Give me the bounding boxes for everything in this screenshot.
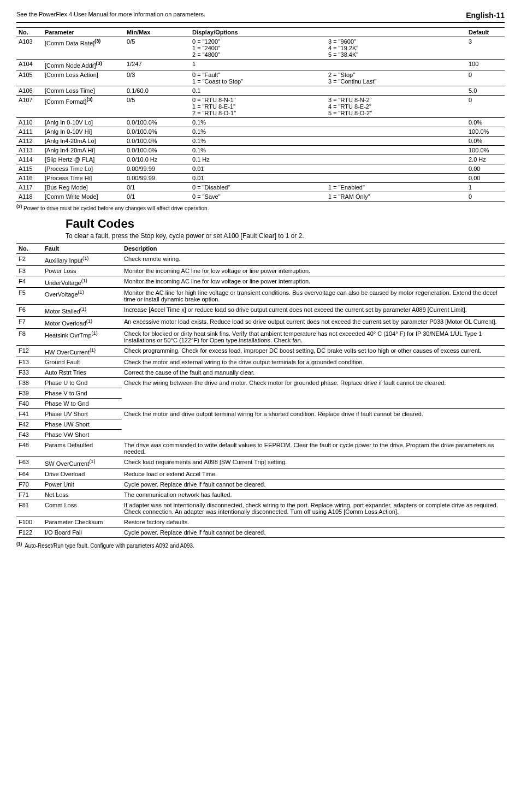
param-no: A104 [16, 60, 43, 70]
param-default: 100.0% [466, 145, 505, 155]
param-minmax: 0.1/60.0 [125, 86, 190, 95]
fault-no: F33 [16, 368, 43, 378]
fault-desc: Cycle power. Replace drive if fault cann… [122, 527, 505, 537]
param-default: 0 [466, 95, 505, 117]
fault-desc: Cycle power. Replace drive if fault cann… [122, 479, 505, 489]
fault-row: F63SW OverCurrent(1)Check load requireme… [16, 457, 505, 469]
param-no: A117 [16, 182, 43, 192]
param-default: 0.00 [466, 173, 505, 182]
fault-name: Phase V to Gnd [43, 388, 122, 399]
param-opts: 0.1% [190, 127, 466, 136]
fault-no: F81 [16, 500, 43, 517]
param-minmax: 1/247 [125, 60, 190, 70]
param-row: A111[Anlg In 0-10V Hi]0.0/100.0%0.1%100.… [16, 127, 505, 136]
param-no: A105 [16, 70, 43, 86]
param-default: 2.0 Hz [466, 155, 505, 164]
param-minmax: 0.0/100.0% [125, 136, 190, 145]
param-default: 0 [466, 70, 505, 86]
param-opts: 0 = "Save"1 = "RAM Only" [190, 192, 466, 201]
fault-name: OverVoltage(1) [43, 288, 122, 305]
fcol-fault: Fault [43, 243, 122, 253]
param-no: A106 [16, 86, 43, 95]
param-default: 0.0% [466, 117, 505, 127]
fault-desc: An excessive motor load exists. Reduce l… [122, 316, 505, 328]
param-opts: 0 = "1200"1 = "2400"2 = "4800"3 = "9600"… [190, 37, 466, 60]
param-opts: 0.1% [190, 117, 466, 127]
param-row: A107[Comm Format](3)0/50 = "RTU 8-N-1"1 … [16, 95, 505, 117]
fault-row: F5OverVoltage(1)Monitor the AC line for … [16, 288, 505, 305]
fault-name: Phase U to Gnd [43, 378, 122, 388]
param-default: 100.0% [466, 127, 505, 136]
fault-no: F41 [16, 409, 43, 419]
fault-desc: Monitor the incoming AC line for low vol… [122, 265, 505, 276]
param-opts: 0.01 [190, 164, 466, 173]
fault-desc: Correct the cause of the fault and manua… [122, 368, 505, 378]
fault-row: F2Auxiliary Input(1)Check remote wiring. [16, 253, 505, 265]
fault-desc: Increase [Accel Time x] or reduce load s… [122, 305, 505, 317]
fault-row: F7Motor Overload(1)An excessive motor lo… [16, 316, 505, 328]
param-no: A115 [16, 164, 43, 173]
fault-no: F13 [16, 357, 43, 368]
col-default: Default [466, 28, 505, 37]
param-opts: 0.1% [190, 136, 466, 145]
param-opts: 1 [190, 60, 466, 70]
fault-name: Phase UV Short [43, 409, 122, 419]
param-minmax: 0.0/100.0% [125, 145, 190, 155]
param-row: A114[Slip Hertz @ FLA]0.0/10.0 Hz0.1 Hz2… [16, 155, 505, 164]
param-minmax: 0/5 [125, 37, 190, 60]
param-row: A105[Comm Loss Action]0/30 = "Fault"1 = … [16, 70, 505, 86]
param-name: [Anlg In4-20mA Hi] [43, 145, 125, 155]
fault-no: F100 [16, 517, 43, 527]
fault-desc: Check programming. Check for excess load… [122, 345, 505, 357]
page-number: English-11 [466, 11, 505, 20]
fault-desc: Check the motor and external wiring to t… [122, 357, 505, 368]
fault-name: I/O Board Fail [43, 527, 122, 537]
param-opts: 0.1 Hz [190, 155, 466, 164]
fault-desc: Monitor the incoming AC line for low vol… [122, 276, 505, 288]
fault-name: Phase W to Gnd [43, 399, 122, 409]
fault-desc: Check for blocked or dirty heat sink fin… [122, 328, 505, 345]
col-minmax: Min/Max [125, 28, 190, 37]
footnote-text: Power to drive must be cycled before any… [22, 205, 209, 211]
param-no: A110 [16, 117, 43, 127]
fault-desc: Reduce load or extend Accel Time. [122, 469, 505, 479]
param-default: 0.0% [466, 136, 505, 145]
param-default: 0 [466, 192, 505, 201]
fault-name: Phase VW Short [43, 430, 122, 440]
param-footnote: (3) Power to drive must be cycled before… [16, 204, 505, 211]
fault-row: F6Motor Stalled(1)Increase [Accel Time x… [16, 305, 505, 317]
fault-desc: The communication network has faulted. [122, 489, 505, 500]
fault-row: F33Auto Rstrt TriesCorrect the cause of … [16, 368, 505, 378]
param-minmax: 0.0/10.0 Hz [125, 155, 190, 164]
parameter-table: No. Parameter Min/Max Display/Options De… [16, 27, 505, 201]
fault-name: Drive Overload [43, 469, 122, 479]
fault-desc: Check the motor and drive output termina… [122, 409, 505, 440]
param-opts: 0 = "Fault"1 = "Coast to Stop"2 = "Stop"… [190, 70, 466, 86]
col-no: No. [16, 28, 43, 37]
fault-name: Heatsink OvrTmp(1) [43, 328, 122, 345]
fault-row: F13Ground FaultCheck the motor and exter… [16, 357, 505, 368]
param-minmax: 0.0/100.0% [125, 127, 190, 136]
fault-name: Power Loss [43, 265, 122, 276]
param-name: [Bus Reg Mode] [43, 182, 125, 192]
param-no: A111 [16, 127, 43, 136]
param-no: A107 [16, 95, 43, 117]
param-default: 3 [466, 37, 505, 60]
fault-no: F7 [16, 316, 43, 328]
fault-row: F41Phase UV ShortCheck the motor and dri… [16, 409, 505, 419]
fault-footnote: (1) Auto-Reset/Run type fault. Configure… [16, 541, 505, 549]
fault-table: No. Fault Description F2Auxiliary Input(… [16, 243, 505, 538]
fault-no: F71 [16, 489, 43, 500]
param-row: A116[Process Time Hi]0.00/99.990.010.00 [16, 173, 505, 182]
fault-row: F12HW OverCurrent(1)Check programming. C… [16, 345, 505, 357]
fault-name: Phase UW Short [43, 419, 122, 430]
fault-name: Comm Loss [43, 500, 122, 517]
param-minmax: 0.0/100.0% [125, 117, 190, 127]
fault-row: F64Drive OverloadReduce load or extend A… [16, 469, 505, 479]
fault-name: HW OverCurrent(1) [43, 345, 122, 357]
fault-no: F5 [16, 288, 43, 305]
fault-name: Net Loss [43, 489, 122, 500]
param-minmax: 0.00/99.99 [125, 173, 190, 182]
param-row: A118[Comm Write Mode]0/10 = "Save"1 = "R… [16, 192, 505, 201]
fault-row: F81Comm LossIf adapter was not intention… [16, 500, 505, 517]
